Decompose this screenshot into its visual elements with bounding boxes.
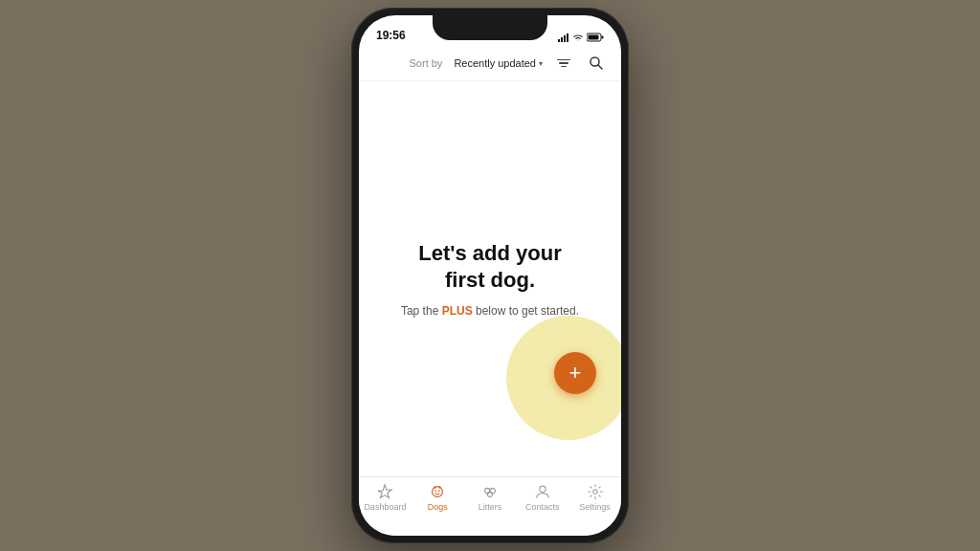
filter-lines-icon [557,59,570,68]
search-icon [589,55,604,71]
phone-frame: 19:56 [351,8,629,543]
chevron-down-icon: ▾ [539,59,543,68]
sort-dropdown[interactable]: Recently updated ▾ [454,57,543,69]
sort-option-label: Recently updated [454,57,536,69]
toolbar: Sort by Recently updated ▾ [359,46,621,81]
svg-line-8 [598,65,602,69]
svg-rect-1 [561,37,563,42]
nav-item-dogs[interactable]: Dogs [415,483,459,512]
nav-item-litters[interactable]: Litters [468,483,512,512]
nav-item-settings[interactable]: Settings [573,483,617,512]
search-button[interactable] [585,52,608,75]
nav-item-contacts[interactable]: Contacts [521,483,565,512]
svg-rect-6 [589,35,599,40]
svg-rect-5 [602,36,604,39]
svg-point-16 [592,490,597,495]
wifi-icon [572,33,584,42]
sort-by-label: Sort by [410,57,443,69]
nav-item-dashboard[interactable]: Dashboard [363,483,407,512]
svg-point-9 [433,487,443,497]
svg-rect-0 [558,39,560,42]
plus-highlight: PLUS [442,304,473,318]
empty-state-subtext: Tap the PLUS below to get started. [401,304,579,318]
svg-rect-2 [564,35,566,42]
signal-icon [558,33,569,42]
litters-icon [481,483,499,500]
status-time: 19:56 [376,29,406,42]
phone-screen: 19:56 [359,15,621,536]
subtext-prefix: Tap the [401,304,442,318]
nav-label-contacts: Contacts [525,502,560,512]
svg-point-11 [438,490,440,492]
dog-icon [429,483,446,500]
nav-label-dashboard: Dashboard [364,502,406,512]
main-content: Let's add yourfirst dog. Tap the PLUS be… [359,81,621,476]
filter-button[interactable] [552,52,575,75]
nav-label-litters: Litters [479,502,502,512]
star-icon [376,483,393,500]
add-dog-fab-button[interactable]: + [554,352,596,394]
battery-icon [587,33,604,42]
svg-point-15 [540,486,546,492]
fab-area: + [535,335,621,430]
svg-rect-3 [567,33,568,42]
svg-point-10 [434,490,436,492]
notch [433,15,547,40]
empty-state-heading: Let's add yourfirst dog. [418,240,561,293]
contacts-icon [534,483,551,500]
status-icons [558,33,604,42]
nav-label-dogs: Dogs [428,502,448,512]
settings-icon [587,483,604,500]
bottom-nav: Dashboard Dogs Litt [359,476,621,536]
nav-label-settings: Settings [579,502,611,512]
